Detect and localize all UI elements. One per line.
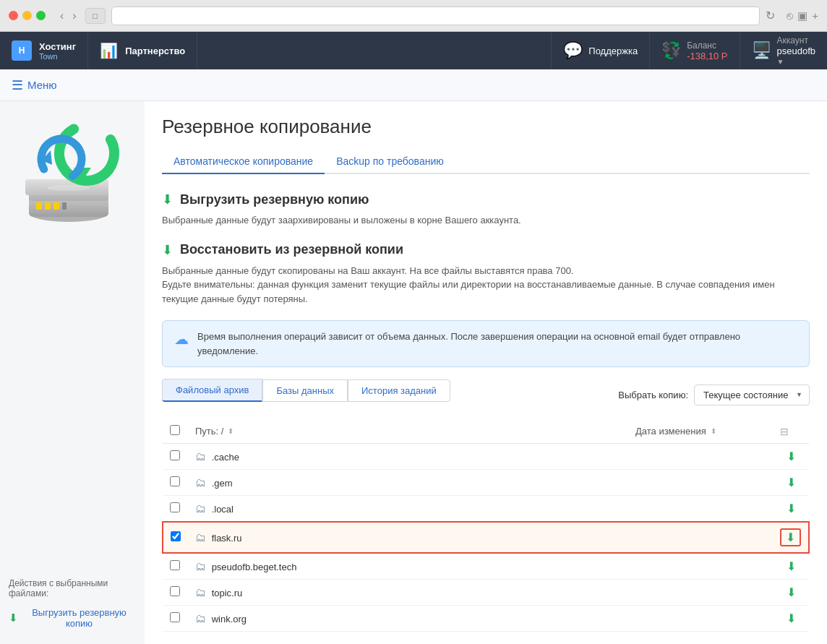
support-label: Поддержка — [588, 46, 638, 56]
reload-button[interactable]: ↻ — [766, 9, 775, 22]
traffic-lights — [9, 11, 46, 20]
more-button[interactable]: + — [812, 9, 818, 22]
row-flask-checkbox[interactable] — [171, 531, 181, 541]
main-layout: Действия с выбранными файлами: ⬇ Выгрузи… — [0, 101, 827, 644]
partner-section[interactable]: 📊 Партнерство — [88, 32, 197, 69]
nav-right-items: 💬 Поддержка 💱 Баланс -138,10 Р 🖥️ Аккаун… — [551, 32, 827, 69]
account-value: pseudofb — [777, 46, 816, 56]
filter-icon[interactable]: ⊟ — [780, 426, 789, 437]
tabs-button[interactable]: ▣ — [797, 9, 807, 22]
th-select-all — [163, 419, 188, 444]
download-flask-button[interactable]: ⬇ — [780, 528, 801, 546]
row-cache-path: 🗂 .cache — [188, 444, 628, 470]
sort-date-icon[interactable]: ⬍ — [711, 427, 716, 435]
download-topic-button[interactable]: ⬇ — [780, 585, 802, 599]
balance-label: Баланс — [687, 40, 727, 51]
account-text: Аккаунт pseudofb ▼ — [777, 35, 816, 66]
svg-rect-6 — [53, 202, 59, 210]
content-area: Резервное копирование Автоматическое коп… — [145, 101, 827, 644]
row-gem-select — [163, 470, 188, 496]
row-local-checkbox[interactable] — [170, 502, 180, 512]
row-gem-path: 🗂 .gem — [188, 470, 628, 496]
back-button[interactable]: ‹ — [57, 8, 67, 24]
close-button[interactable] — [9, 11, 18, 20]
upload-header: ⬇ Выгрузить резервную копию — [162, 192, 810, 207]
row-gem-download: ⬇ — [773, 470, 809, 496]
partner-label: Партнерство — [125, 46, 185, 56]
row-topic-checkbox[interactable] — [170, 586, 180, 596]
sidebar-upload-button[interactable]: ⬇ Выгрузить резервную копию — [9, 604, 136, 632]
folder-icon: 🗂 — [195, 502, 206, 515]
address-bar[interactable] — [111, 7, 760, 25]
table-header-row: Путь: / ⬍ Дата изменения ⬍ ⊟ — [163, 419, 809, 444]
tab-file-archive[interactable]: Файловый архив — [162, 379, 262, 402]
forward-button[interactable]: › — [69, 8, 79, 24]
maximize-button[interactable] — [36, 11, 46, 20]
restore-title: Восстановить из резервной копии — [180, 242, 403, 257]
support-item[interactable]: 💬 Поддержка — [551, 32, 649, 69]
row-cache-name: .cache — [212, 452, 239, 463]
hosting-text: Хостинг Town — [39, 41, 76, 61]
copy-select-dropdown-wrapper: Текущее состояние — [694, 385, 810, 405]
hosting-section[interactable]: H Хостинг Town — [0, 32, 88, 69]
table-row: 🗂 topic.ru ⬇ — [163, 580, 809, 606]
window-mode-button[interactable]: □ — [85, 8, 106, 24]
main-tabs: Автоматическое копирование Backup по тре… — [162, 150, 810, 174]
row-local-date — [628, 496, 773, 523]
folder-icon: 🗂 — [195, 560, 206, 572]
row-local-select — [163, 496, 188, 523]
nav-arrows: ‹ › — [57, 8, 80, 24]
row-topic-date — [628, 580, 773, 606]
tab-auto-backup[interactable]: Автоматическое копирование — [162, 150, 325, 174]
menu-label[interactable]: Меню — [27, 79, 57, 91]
balance-item[interactable]: 💱 Баланс -138,10 Р — [649, 32, 739, 69]
sort-path-icon[interactable]: ⬍ — [228, 427, 233, 435]
download-gem-button[interactable]: ⬇ — [780, 476, 802, 489]
th-date: Дата изменения ⬍ — [628, 419, 773, 444]
partner-icon: 📊 — [100, 42, 118, 59]
select-all-checkbox[interactable] — [170, 425, 180, 435]
row-local-path: 🗂 .local — [188, 496, 628, 523]
table-body: 🗂 .cache ⬇ 🗂 .gem — [163, 444, 809, 632]
download-pseudo-button[interactable]: ⬇ — [780, 559, 802, 573]
file-tabs-row: Файловый архив Базы данных История задан… — [162, 379, 810, 411]
svg-rect-4 — [36, 202, 42, 210]
row-pseudo-path: 🗂 pseudofb.beget.tech — [188, 553, 628, 580]
tab-manual-backup[interactable]: Backup по требованию — [325, 150, 455, 174]
download-local-button[interactable]: ⬇ — [780, 502, 802, 515]
copy-select-label: Выбрать копию: — [618, 390, 688, 400]
hosting-title: Хостинг — [39, 41, 76, 52]
copy-select-wrapper: Выбрать копию: Текущее состояние — [618, 385, 810, 405]
restore-icon: ⬇ — [162, 242, 173, 258]
download-wink-button[interactable]: ⬇ — [780, 611, 802, 625]
minimize-button[interactable] — [22, 11, 32, 20]
row-local-download: ⬇ — [773, 496, 809, 523]
copy-select-dropdown[interactable]: Текущее состояние — [694, 385, 810, 405]
row-cache-checkbox[interactable] — [170, 450, 180, 460]
row-flask-name: flask.ru — [212, 533, 242, 544]
row-topic-path: 🗂 topic.ru — [188, 580, 628, 606]
download-cache-button[interactable]: ⬇ — [780, 450, 802, 463]
tab-databases[interactable]: Базы данных — [262, 379, 348, 402]
row-wink-checkbox[interactable] — [170, 612, 180, 622]
file-table: Путь: / ⬍ Дата изменения ⬍ ⊟ — [162, 419, 810, 632]
browser-actions: ⎋ ▣ + — [787, 9, 818, 22]
tab-job-history[interactable]: История заданий — [348, 379, 450, 402]
restore-section: ⬇ Восстановить из резервной копии Выбран… — [162, 242, 810, 306]
row-gem-checkbox[interactable] — [170, 476, 180, 486]
upload-title: Выгрузить резервную копию — [180, 192, 369, 207]
restore-desc1: Выбранные данные будут скопированы на Ва… — [162, 264, 810, 278]
folder-icon: 🗂 — [195, 476, 206, 489]
row-cache-download: ⬇ — [773, 444, 809, 470]
share-button[interactable]: ⎋ — [787, 9, 793, 22]
upload-icon: ⬇ — [162, 192, 173, 207]
row-gem-name: .gem — [212, 478, 233, 489]
account-item[interactable]: 🖥️ Аккаунт pseudofb ▼ — [740, 32, 828, 69]
row-cache-select — [163, 444, 188, 470]
row-pseudo-checkbox[interactable] — [170, 560, 180, 570]
row-flask-download: ⬇ — [773, 522, 809, 553]
row-wink-path: 🗂 wink.org — [188, 606, 628, 632]
table-row: 🗂 .cache ⬇ — [163, 444, 809, 470]
th-path: Путь: / ⬍ — [188, 419, 628, 444]
row-wink-date — [628, 606, 773, 632]
